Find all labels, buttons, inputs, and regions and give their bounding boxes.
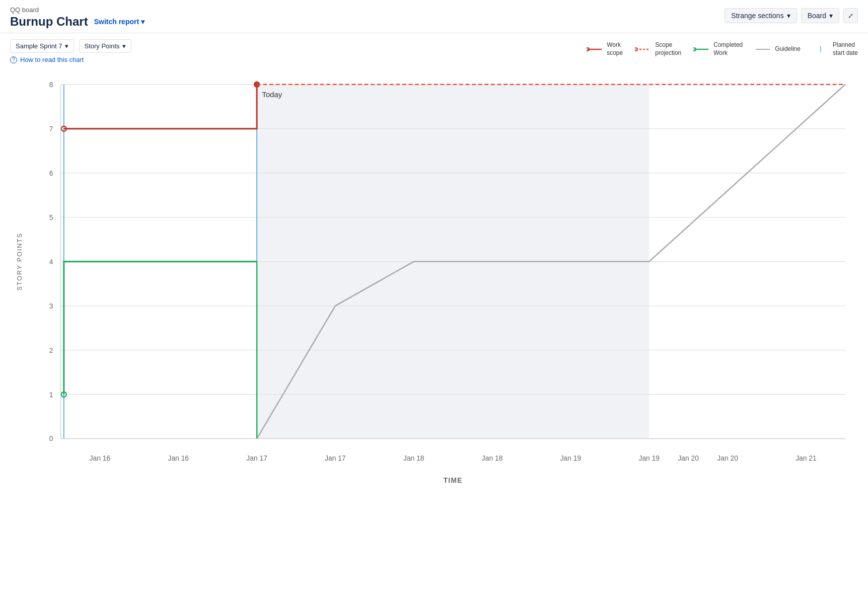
completed-work-legend-icon	[693, 46, 709, 53]
chart-legend: Workscope Scopeprojection CompletedWork …	[587, 39, 858, 57]
completed-work-line	[64, 262, 257, 395]
burnup-chart-svg: 0 1 2 3 4 5 6 7 8 STORY POINTS Jan 16 Ja…	[10, 65, 858, 496]
x-tick-jan18a: Jan 18	[403, 454, 424, 462]
x-tick-jan17b: Jan 17	[325, 454, 345, 462]
x-tick-jan18b: Jan 18	[482, 454, 503, 462]
work-scope-legend-icon	[587, 46, 603, 53]
x-tick-jan19a: Jan 19	[560, 454, 582, 462]
x-tick-jan17a: Jan 17	[246, 454, 267, 462]
switch-report-button[interactable]: Switch report ▾	[94, 18, 144, 26]
y-tick-4: 4	[49, 258, 53, 266]
chart-container: 0 1 2 3 4 5 6 7 8 STORY POINTS Jan 16 Ja…	[0, 65, 868, 506]
how-to-read-link[interactable]: ? How to read this chart	[10, 56, 131, 63]
strange-sections-button[interactable]: Strange sections ▾	[725, 8, 797, 23]
controls-bar: Sample Sprint 7 ▾ Story Points ▾ ? How t…	[0, 33, 868, 65]
header-left: QQ board Burnup Chart Switch report ▾	[10, 6, 144, 29]
y-tick-8: 8	[49, 81, 53, 89]
work-scope-line	[64, 85, 257, 129]
x-tick-jan21: Jan 21	[795, 454, 816, 462]
guideline-legend-label: Guideline	[775, 45, 801, 53]
completed-work-legend-label: CompletedWork	[713, 41, 743, 57]
page-header: QQ board Burnup Chart Switch report ▾ St…	[0, 0, 868, 33]
x-axis-label: TIME	[444, 476, 463, 484]
x-tick-jan16b: Jan 16	[168, 454, 189, 462]
planned-start-legend-label: Plannedstart date	[833, 41, 858, 57]
filter-row: Sample Sprint 7 ▾ Story Points ▾	[10, 39, 131, 53]
legend-item-guideline: Guideline	[755, 45, 801, 53]
scope-projection-legend-icon	[635, 46, 651, 53]
y-tick-3: 3	[49, 302, 53, 310]
x-tick-jan20b: Jan 20	[717, 454, 738, 462]
x-tick-jan19b: Jan 19	[639, 454, 660, 462]
expand-icon: ⤢	[848, 12, 853, 20]
today-label: Today	[262, 90, 282, 99]
sprint-filter-button[interactable]: Sample Sprint 7 ▾	[10, 39, 74, 53]
y-tick-2: 2	[49, 346, 53, 354]
legend-item-planned-start: Plannedstart date	[813, 41, 858, 57]
board-chevron: ▾	[829, 12, 833, 20]
guideline-legend-icon	[755, 46, 771, 53]
switch-report-chevron: ▾	[141, 18, 144, 26]
y-tick-5: 5	[49, 213, 53, 221]
page-title-text: Burnup Chart	[10, 15, 88, 29]
legend-item-scope-projection: Scopeprojection	[635, 41, 681, 57]
sprint-chevron: ▾	[65, 42, 68, 50]
header-right: Strange sections ▾ Board ▾ ⤢	[725, 8, 858, 23]
controls-left: Sample Sprint 7 ▾ Story Points ▾ ? How t…	[10, 39, 131, 63]
expand-button[interactable]: ⤢	[843, 8, 858, 23]
metric-filter-button[interactable]: Story Points ▾	[79, 39, 131, 53]
legend-item-work-scope: Workscope	[587, 41, 623, 57]
y-axis-label: STORY POINTS	[16, 233, 23, 290]
y-tick-6: 6	[49, 169, 53, 177]
planned-start-legend-icon	[813, 46, 829, 53]
board-name: QQ board	[10, 6, 144, 14]
y-tick-7: 7	[49, 125, 53, 133]
x-tick-jan16a: Jan 16	[90, 454, 111, 462]
legend-item-completed-work: CompletedWork	[693, 41, 743, 57]
work-scope-legend-label: Workscope	[607, 41, 623, 57]
x-tick-jan20a: Jan 20	[678, 454, 699, 462]
board-button[interactable]: Board ▾	[801, 8, 839, 23]
strange-sections-chevron: ▾	[787, 12, 790, 20]
page-title-row: Burnup Chart Switch report ▾	[10, 15, 144, 29]
y-tick-0: 0	[49, 434, 53, 442]
y-tick-1: 1	[49, 391, 53, 399]
metric-chevron: ▾	[122, 42, 126, 50]
help-icon: ?	[10, 56, 17, 63]
scope-projection-legend-label: Scopeprojection	[655, 41, 681, 57]
